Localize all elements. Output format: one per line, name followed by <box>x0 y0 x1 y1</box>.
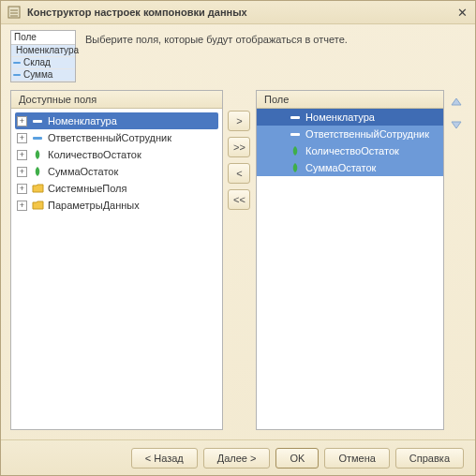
field-label: КоличествоОстаток <box>48 149 141 160</box>
report-preview: Поле Номенклатура Склад Сумма <box>10 30 76 82</box>
close-button[interactable]: ✕ <box>454 5 469 20</box>
titlebar: Конструктор настроек компоновки данных ✕ <box>1 1 475 24</box>
selected-fields-header: Поле <box>257 91 443 109</box>
svg-rect-2 <box>33 137 42 140</box>
expand-icon[interactable]: + <box>17 150 27 160</box>
preview-row: Номенклатура <box>11 45 75 57</box>
window-title: Конструктор настроек компоновки данных <box>27 7 454 18</box>
add-all-button[interactable]: >> <box>228 137 250 157</box>
field-type-icon <box>31 148 44 161</box>
selected-fields-panel: Поле НоменклатураОтветственныйСотрудникК… <box>256 90 444 430</box>
field-type-icon <box>289 127 302 141</box>
reorder-arrows <box>447 90 466 430</box>
remove-all-button[interactable]: << <box>228 189 250 210</box>
app-icon <box>7 5 22 20</box>
field-type-icon <box>31 165 44 178</box>
field-type-icon <box>289 111 302 124</box>
tree-item[interactable]: +СистемныеПоля <box>15 180 218 197</box>
expand-icon[interactable]: + <box>17 201 27 211</box>
field-type-icon <box>31 199 44 212</box>
expand-icon[interactable]: + <box>17 133 27 143</box>
field-label: СуммаОстаток <box>305 162 376 173</box>
preview-row: Склад <box>11 57 75 69</box>
field-type-icon <box>31 131 44 144</box>
list-item[interactable]: ОтветственныйСотрудник <box>257 126 443 142</box>
help-button[interactable]: Справка <box>395 448 464 469</box>
intro-text: Выберите поля, которые будут отображатьс… <box>85 30 348 45</box>
field-label: ПараметрыДанных <box>48 200 140 211</box>
selected-fields-list[interactable]: НоменклатураОтветственныйСотрудникКоличе… <box>257 109 443 176</box>
intro-row: Поле Номенклатура Склад Сумма Выберите п… <box>1 24 475 90</box>
svg-rect-1 <box>33 120 42 123</box>
preview-header: Поле <box>11 31 75 45</box>
field-label: СистемныеПоля <box>48 183 126 194</box>
expand-icon[interactable]: + <box>17 167 27 177</box>
footer-buttons: < Назад Далее > OK Отмена Справка <box>1 439 475 475</box>
add-button[interactable]: > <box>228 111 250 131</box>
available-fields-tree[interactable]: +Номенклатура+ОтветственныйСотрудник+Кол… <box>11 109 222 217</box>
move-down-button[interactable] <box>448 116 465 133</box>
field-type-icon <box>31 182 44 195</box>
svg-rect-4 <box>290 133 300 136</box>
tree-item[interactable]: +СуммаОстаток <box>15 163 218 180</box>
tree-item[interactable]: +ПараметрыДанных <box>15 197 218 214</box>
expand-icon[interactable]: + <box>17 116 27 126</box>
field-label: Номенклатура <box>48 115 117 126</box>
field-label: ОтветственныйСотрудник <box>305 128 429 140</box>
list-item[interactable]: КоличествоОстаток <box>257 142 443 159</box>
available-fields-header: Доступные поля <box>11 91 222 109</box>
field-type-icon <box>289 161 302 174</box>
back-button[interactable]: < Назад <box>131 448 198 469</box>
transfer-buttons: > >> < << <box>226 90 253 430</box>
remove-button[interactable]: < <box>228 163 250 184</box>
cancel-button[interactable]: Отмена <box>324 448 389 469</box>
field-type-icon <box>31 114 44 127</box>
tree-item[interactable]: +КоличествоОстаток <box>15 146 218 163</box>
tree-item[interactable]: +ОтветственныйСотрудник <box>15 129 218 146</box>
preview-row: Сумма <box>11 69 75 82</box>
field-label: ОтветственныйСотрудник <box>48 132 171 143</box>
tree-item[interactable]: +Номенклатура <box>15 112 218 129</box>
svg-rect-3 <box>290 116 300 119</box>
content-row: Доступные поля +Номенклатура+Ответственн… <box>1 90 475 439</box>
field-type-icon <box>289 144 302 157</box>
ok-button[interactable]: OK <box>275 448 319 469</box>
field-label: Номенклатура <box>305 112 375 123</box>
next-button[interactable]: Далее > <box>203 448 271 469</box>
move-up-button[interactable] <box>448 94 465 111</box>
field-label: КоличествоОстаток <box>305 145 399 156</box>
expand-icon[interactable]: + <box>17 184 27 194</box>
available-fields-panel: Доступные поля +Номенклатура+Ответственн… <box>10 90 223 430</box>
list-item[interactable]: Номенклатура <box>257 109 443 126</box>
settings-constructor-dialog: Конструктор настроек компоновки данных ✕… <box>0 0 476 476</box>
field-label: СуммаОстаток <box>48 166 118 177</box>
list-item[interactable]: СуммаОстаток <box>257 159 443 176</box>
